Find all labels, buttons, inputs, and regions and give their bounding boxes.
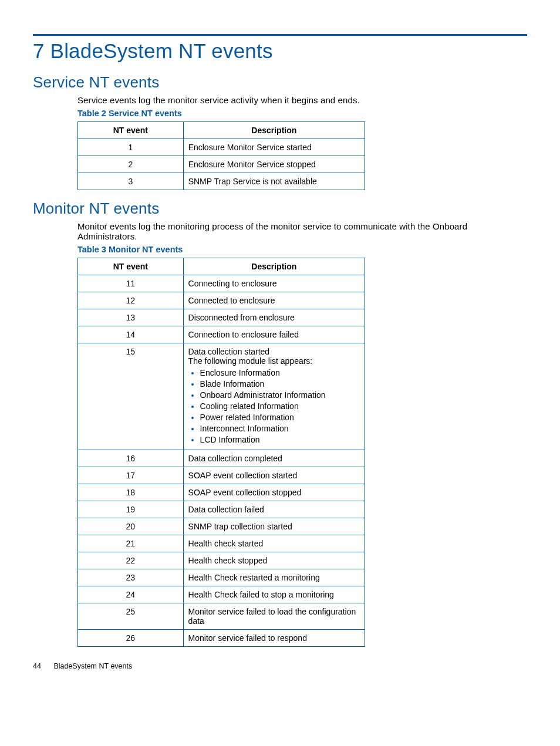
table-row: 22Health check stopped (78, 552, 365, 569)
cell-description: Connecting to enclosure (183, 275, 365, 292)
page: 7 BladeSystem NT events Service NT event… (0, 0, 560, 694)
table2-caption: Table 2 Service NT events (77, 109, 527, 118)
cell-nt-event: 25 (78, 603, 184, 630)
cell-nt-event: 22 (78, 552, 184, 569)
list-item: Blade Information (200, 379, 360, 389)
table-row: 17SOAP event collection started (78, 467, 365, 484)
cell-description: SNMP Trap Service is not available (183, 173, 365, 190)
table-row: 25Monitor service failed to load the con… (78, 603, 365, 630)
cell-nt-event: 15 (78, 343, 184, 450)
table-row: 24Health Check failed to stop a monitori… (78, 586, 365, 603)
page-footer: 44 BladeSystem NT events (33, 662, 527, 670)
cell-description: Health Check restarted a monitoring (183, 569, 365, 586)
cell-description: SNMP trap collection started (183, 518, 365, 535)
table-row: 3SNMP Trap Service is not available (78, 173, 365, 190)
list-item: Enclosure Information (200, 368, 360, 377)
table-row: 20SNMP trap collection started (78, 518, 365, 535)
section-monitor-title: Monitor NT events (33, 200, 527, 218)
cell-nt-event: 18 (78, 484, 184, 501)
cell-nt-event: 12 (78, 292, 184, 309)
col-description: Description (183, 258, 365, 275)
table-row: 12Connected to enclosure (78, 292, 365, 309)
cell-nt-event: 20 (78, 518, 184, 535)
section-service-intro: Service events log the monitor service a… (77, 95, 527, 105)
cell-description: Data collection failed (183, 501, 365, 518)
table-header-row: NT event Description (78, 258, 365, 275)
cell-nt-event: 16 (78, 450, 184, 467)
cell-nt-event: 24 (78, 586, 184, 603)
cell-description: Connected to enclosure (183, 292, 365, 309)
table-row: 18SOAP event collection stopped (78, 484, 365, 501)
list-item: Onboard Administrator Information (200, 390, 360, 400)
cell-description: Disconnected from enclosure (183, 309, 365, 326)
table-row: 1Enclosure Monitor Service started (78, 139, 365, 156)
chapter-title: 7 BladeSystem NT events (33, 39, 527, 63)
cell-nt-event: 3 (78, 173, 184, 190)
table-row: 2Enclosure Monitor Service stopped (78, 156, 365, 173)
table-row: 14Connection to enclosure failed (78, 326, 365, 343)
table-service-events: NT event Description 1Enclosure Monitor … (77, 121, 365, 190)
list-item: Power related Information (200, 413, 360, 422)
table-row: 15Data collection started The following … (78, 343, 365, 450)
cell-nt-event: 11 (78, 275, 184, 292)
cell-description: Enclosure Monitor Service started (183, 139, 365, 156)
cell-description: Health check started (183, 535, 365, 552)
cell-nt-event: 19 (78, 501, 184, 518)
list-item: Interconnect Information (200, 424, 360, 433)
cell-nt-event: 14 (78, 326, 184, 343)
table-row: 23Health Check restarted a monitoring (78, 569, 365, 586)
table-row: 21Health check started (78, 535, 365, 552)
cell-description: Data collection completed (183, 450, 365, 467)
table-row: 19Data collection failed (78, 501, 365, 518)
cell-description: Health check stopped (183, 552, 365, 569)
cell-description: Connection to enclosure failed (183, 326, 365, 343)
cell-nt-event: 26 (78, 630, 184, 647)
cell-nt-event: 17 (78, 467, 184, 484)
cell-nt-event: 23 (78, 569, 184, 586)
table-header-row: NT event Description (78, 122, 365, 139)
cell-nt-event: 21 (78, 535, 184, 552)
col-nt-event: NT event (78, 258, 184, 275)
cell-nt-event: 13 (78, 309, 184, 326)
table-monitor-events: NT event Description 11Connecting to enc… (77, 258, 365, 647)
cell-description: SOAP event collection started (183, 467, 365, 484)
top-rule (33, 34, 527, 36)
col-description: Description (183, 122, 365, 139)
table-row: 11Connecting to enclosure (78, 275, 365, 292)
table-row: 26Monitor service failed to respond (78, 630, 365, 647)
cell-description: Data collection started The following mo… (183, 343, 365, 450)
table3-caption: Table 3 Monitor NT events (77, 245, 527, 254)
cell-description: SOAP event collection stopped (183, 484, 365, 501)
table-row: 16Data collection completed (78, 450, 365, 467)
section-monitor-intro: Monitor events log the monitoring proces… (77, 221, 527, 241)
col-nt-event: NT event (78, 122, 184, 139)
cell-description: Health Check failed to stop a monitoring (183, 586, 365, 603)
footer-title: BladeSystem NT events (53, 662, 132, 670)
cell-description: Monitor service failed to load the confi… (183, 603, 365, 630)
cell-nt-event: 1 (78, 139, 184, 156)
list-item: Cooling related Information (200, 401, 360, 411)
page-number: 44 (33, 662, 41, 670)
cell-description: Monitor service failed to respond (183, 630, 365, 647)
list-item: LCD Information (200, 435, 360, 444)
cell-nt-event: 2 (78, 156, 184, 173)
section-service-title: Service NT events (33, 73, 527, 92)
table-row: 13Disconnected from enclosure (78, 309, 365, 326)
cell-desc-text: Data collection started The following mo… (188, 347, 360, 366)
module-list: Enclosure InformationBlade InformationOn… (191, 368, 360, 444)
cell-description: Enclosure Monitor Service stopped (183, 156, 365, 173)
